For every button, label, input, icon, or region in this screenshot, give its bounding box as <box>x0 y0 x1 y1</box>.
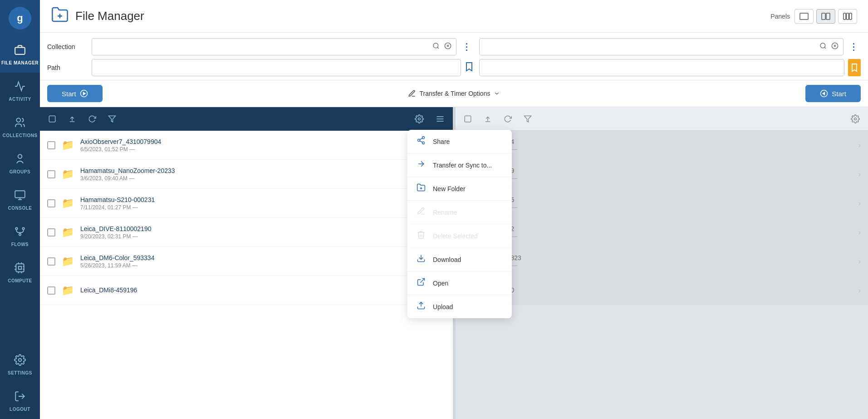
left-settings-btn[interactable] <box>412 112 427 126</box>
context-menu-upload[interactable]: Upload <box>407 295 512 318</box>
path-label: Path <box>47 64 88 71</box>
right-file-name-0: ...1714 <box>495 138 852 145</box>
folder-icon-0: 📁 <box>62 139 74 151</box>
right-collection-clear-btn[interactable] <box>830 41 839 52</box>
file-checkbox-4[interactable] <box>47 257 55 266</box>
file-item-3[interactable]: 📁 Leica_DIVE-8110002190 9/20/2023, 02:31… <box>40 218 453 247</box>
left-collection-search-btn[interactable] <box>432 41 441 52</box>
left-collection-input[interactable]: The Jackson Laboratory Scientific Servic… <box>92 38 456 55</box>
left-menu-btn[interactable] <box>433 112 447 126</box>
right-file-meta-3: 04 PM — <box>495 233 852 240</box>
right-collection-input[interactable]: The Jackson Laboratory Scientific Servic… <box>479 38 844 55</box>
context-menu-open[interactable]: Open <box>407 271 512 295</box>
right-file-item-5[interactable]: 📁 ...0410 › <box>456 276 868 305</box>
left-collection-clear-btn[interactable] <box>443 41 452 52</box>
split-panel-button[interactable] <box>816 9 835 24</box>
context-menu-transfer[interactable]: Transfer or Sync to... <box>407 153 512 177</box>
file-item-0[interactable]: 📁 AxioObserver7_4310079904 6/5/2023, 01:… <box>40 131 453 160</box>
left-collection-more-btn[interactable]: ⋮ <box>459 40 474 53</box>
right-file-item-0[interactable]: 📁 ...1714 00 PM — › <box>456 131 868 160</box>
folder-icon-2: 📁 <box>62 197 74 209</box>
file-item-4[interactable]: 📁 Leica_DM6-Color_593334 5/26/2023, 11:5… <box>40 247 453 276</box>
sidebar-item-flows[interactable]: FLOWS <box>0 218 40 254</box>
sidebar-item-label-collections: COLLECTIONS <box>2 133 37 138</box>
context-menu-share[interactable]: Share <box>407 130 512 153</box>
svg-marker-46 <box>524 116 531 122</box>
file-checkbox-3[interactable] <box>47 228 55 237</box>
groups-icon <box>14 153 26 168</box>
file-info-5: Leica_DMi8-459196 <box>80 286 436 295</box>
right-file-item-1[interactable]: 📁 ...1729 01 PM — › <box>456 160 868 189</box>
context-menu-delete[interactable]: Delete Selected <box>407 224 512 248</box>
svg-point-9 <box>19 358 22 361</box>
delete-icon <box>416 230 427 242</box>
right-collection-field[interactable]: The Jackson Laboratory Scientific Servic… <box>483 43 816 50</box>
file-checkbox-1[interactable] <box>47 170 55 178</box>
left-refresh-btn[interactable] <box>85 112 99 126</box>
right-file-arrow-0: › <box>858 141 861 149</box>
right-file-item-2[interactable]: 📁 ...0805 02 PM — › <box>456 189 868 218</box>
file-meta-0: 6/5/2023, 01:52 PM — <box>80 146 436 153</box>
sidebar-item-file-manager[interactable]: FILE MANAGER <box>0 36 40 73</box>
right-file-meta-0: 00 PM — <box>495 146 852 153</box>
left-bookmark-btn[interactable] <box>465 61 474 75</box>
right-collection-search-btn[interactable] <box>819 41 828 52</box>
sidebar-item-activity[interactable]: ACTIVITY <box>0 73 40 109</box>
context-menu-new-folder[interactable]: New Folder <box>407 177 512 201</box>
sidebar-item-settings[interactable]: SETTINGS <box>0 346 40 383</box>
sidebar-item-label-compute: COMPUTE <box>8 278 32 283</box>
file-item-2[interactable]: 📁 Hamamatsu-S210-000231 7/11/2024, 01:27… <box>40 189 453 218</box>
right-bookmark-btn[interactable] <box>848 59 861 76</box>
svg-rect-3 <box>15 191 25 197</box>
right-up-btn[interactable] <box>481 112 495 126</box>
file-item-1[interactable]: 📁 Hamamatsu_NanoZoomer-20233 3/6/2023, 0… <box>40 160 453 189</box>
sidebar-item-console[interactable]: CONSOLE <box>0 182 40 218</box>
right-file-item-3[interactable]: 📁 ...1812 04 PM — › <box>456 218 868 247</box>
sidebar-logo[interactable]: g <box>0 0 40 36</box>
file-checkbox-0[interactable] <box>47 141 55 149</box>
triple-panel-button[interactable] <box>838 9 857 24</box>
right-file-item-4[interactable]: 📁 ...240823 02 PM — › <box>456 247 868 276</box>
file-checkbox-5[interactable] <box>47 286 55 295</box>
right-select-all-btn[interactable] <box>461 112 475 126</box>
sidebar-item-label-activity: ACTIVITY <box>9 97 31 102</box>
sidebar-item-collections[interactable]: COLLECTIONS <box>0 109 40 145</box>
single-panel-button[interactable] <box>794 9 814 24</box>
svg-point-4 <box>15 227 17 229</box>
svg-point-1 <box>16 118 20 122</box>
context-menu-open-label: Open <box>433 280 448 287</box>
file-manager-body: Collection The Jackson Laboratory Scient… <box>40 33 868 419</box>
left-path-input[interactable]: /globus/microscopy_delivery/bh-microscop… <box>92 59 461 76</box>
svg-rect-0 <box>15 47 25 54</box>
svg-rect-16 <box>843 13 846 20</box>
left-up-btn[interactable] <box>65 112 79 126</box>
svg-point-2 <box>18 154 22 158</box>
right-refresh-btn[interactable] <box>501 112 515 126</box>
start-right-button[interactable]: Start <box>805 85 861 102</box>
right-settings-btn[interactable] <box>848 112 863 126</box>
context-menu-share-label: Share <box>433 138 450 145</box>
right-filter-btn[interactable] <box>521 112 535 126</box>
left-collection-field[interactable]: The Jackson Laboratory Scientific Servic… <box>96 43 429 50</box>
sidebar-item-logout[interactable]: LOGOUT <box>0 383 40 419</box>
file-checkbox-2[interactable] <box>47 199 55 207</box>
file-item-5[interactable]: 📁 Leica_DMi8-459196 › <box>40 276 453 305</box>
new-folder-icon <box>416 183 427 194</box>
context-menu-rename-label: Rename <box>433 209 457 216</box>
left-select-all-btn[interactable] <box>45 112 59 126</box>
transfer-options-button[interactable]: Transfer & Timer Options <box>401 86 508 101</box>
right-file-info-5: ...0410 <box>495 286 852 295</box>
left-filter-btn[interactable] <box>105 112 119 126</box>
start-left-button[interactable]: Start <box>47 85 103 102</box>
folder-icon-4: 📁 <box>62 256 74 267</box>
right-collection-more-btn[interactable]: ⋮ <box>846 40 861 53</box>
context-menu-rename[interactable]: Rename <box>407 201 512 224</box>
right-file-arrow-1: › <box>858 170 861 178</box>
sidebar-item-groups[interactable]: GROUPS <box>0 145 40 182</box>
sidebar-item-compute[interactable]: COMPUTE <box>0 254 40 291</box>
file-info-1: Hamamatsu_NanoZoomer-20233 3/6/2023, 09:… <box>80 167 436 182</box>
svg-point-21 <box>820 43 825 48</box>
right-path-input[interactable]: /globus/omero_drop/dropbox/ <box>479 59 845 76</box>
svg-marker-24 <box>83 92 85 95</box>
context-menu-download[interactable]: Download <box>407 248 512 271</box>
